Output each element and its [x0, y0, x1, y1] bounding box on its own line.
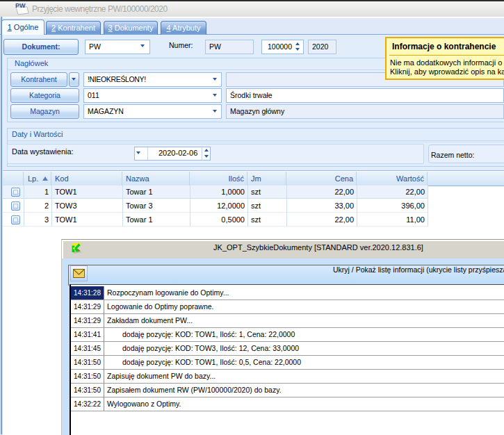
svg-text:PW: PW [15, 2, 26, 9]
